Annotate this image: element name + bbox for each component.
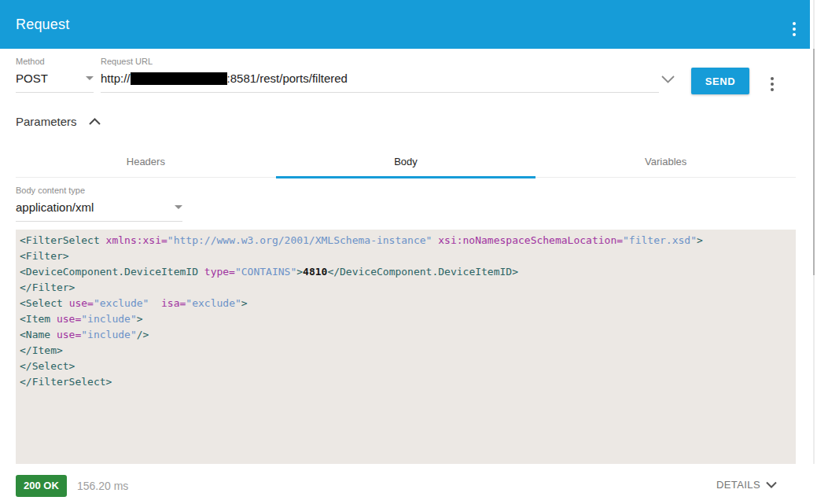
active-tab-indicator [276, 176, 535, 178]
url-path: :8581/rest/ports/filtered [227, 72, 348, 85]
chevron-down-icon [661, 75, 675, 83]
tab-headers[interactable]: Headers [16, 146, 276, 177]
request-panel-header: Request [0, 0, 810, 49]
parameters-label: Parameters [16, 115, 77, 128]
code-line: </Item> [20, 343, 789, 359]
kebab-dot [771, 77, 774, 80]
code-line: <Filter> [20, 248, 789, 264]
dropdown-caret-icon [175, 205, 182, 209]
code-line: </Select> [20, 359, 789, 374]
redacted-host-box [131, 72, 227, 85]
chevron-up-icon [89, 118, 101, 125]
kebab-dot [771, 88, 774, 91]
request-url-input[interactable]: Request URL http://:8581/rest/ports/filt… [101, 57, 659, 93]
method-value: POST [16, 72, 48, 85]
body-editor[interactable]: <FilterSelect xmlns:xsi="http://www.w3.o… [16, 230, 796, 464]
details-label: DETAILS [716, 479, 760, 491]
dropdown-caret-icon [86, 76, 94, 80]
code-line: <Name use="include"/> [20, 327, 789, 343]
details-toggle[interactable]: DETAILS [716, 479, 777, 491]
kebab-dot [793, 33, 796, 36]
request-url-label: Request URL [101, 57, 659, 66]
response-time: 156.20 ms [77, 480, 128, 492]
tab-body[interactable]: Body [276, 146, 536, 177]
method-select[interactable]: Method POST [16, 57, 94, 93]
code-line: <FilterSelect xmlns:xsi="http://www.w3.o… [20, 233, 789, 248]
body-content-type-value: application/xml [16, 200, 94, 214]
response-status-bar: 200 OK 156.20 ms DETAILS [0, 464, 817, 504]
parameters-toggle[interactable]: Parameters [16, 115, 101, 128]
body-content-type-label: Body content type [16, 186, 182, 195]
chevron-down-icon [766, 481, 777, 488]
code-line: </Filter> [20, 280, 789, 296]
kebab-dot [793, 22, 796, 25]
request-menu-button[interactable] [769, 74, 775, 94]
kebab-dot [793, 28, 796, 31]
kebab-dot [771, 83, 774, 86]
url-history-button[interactable] [661, 75, 675, 83]
body-content-type-select[interactable]: Body content type application/xml [16, 186, 182, 222]
code-line: <DeviceComponent.DeviceItemID type="CONT… [20, 264, 789, 280]
code-line: </FilterSelect> [20, 374, 789, 390]
url-scheme: http:// [101, 72, 131, 85]
panel-title: Request [16, 17, 69, 33]
method-label: Method [16, 57, 94, 66]
body-section-tabs: Headers Body Variables [16, 146, 796, 178]
status-badge: 200 OK [16, 475, 67, 497]
code-line: <Select use="exclude" isa="exclude"> [20, 296, 789, 311]
code-line: <Item use="include"> [20, 311, 789, 327]
tab-variables[interactable]: Variables [535, 146, 796, 177]
send-button[interactable]: SEND [691, 68, 749, 94]
header-menu-button[interactable] [791, 19, 797, 39]
scrollbar-thumb[interactable] [813, 49, 815, 275]
